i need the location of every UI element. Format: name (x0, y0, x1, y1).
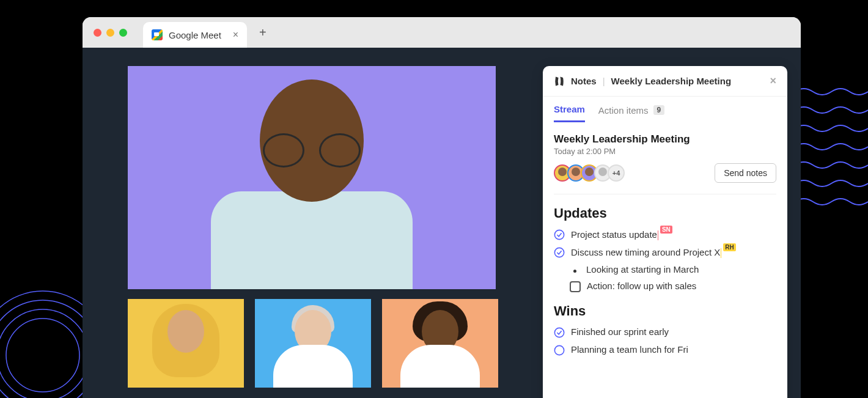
tab-title: Google Meet (169, 30, 221, 40)
notes-label: Notes (571, 76, 597, 86)
participant-tile[interactable] (128, 299, 244, 388)
participant-tile[interactable] (382, 299, 498, 388)
agenda-item[interactable]: Project status updateSN (554, 229, 776, 240)
browser-tab[interactable]: Google Meet × (143, 22, 247, 48)
notes-tabs: Stream Action items 9 (543, 97, 787, 122)
svg-point-1 (0, 309, 89, 398)
svg-point-4 (554, 230, 564, 239)
close-window-button[interactable] (94, 29, 101, 37)
action-items-count: 9 (653, 105, 665, 115)
minimize-window-button[interactable] (106, 29, 114, 37)
svg-point-5 (554, 248, 564, 257)
send-notes-button[interactable]: Send notes (715, 163, 776, 183)
checkbox-icon[interactable] (570, 281, 581, 292)
agenda-item[interactable]: Discuss new timing around Project XRH (554, 246, 776, 258)
meet-content: Notes | Weekly Leadership Meeting × Stre… (83, 48, 801, 398)
close-tab-icon[interactable]: × (233, 29, 238, 40)
browser-window: Google Meet × + Notes | Weekly Leadershi… (83, 17, 801, 398)
collaborator-tag: RH (723, 243, 735, 251)
svg-point-7 (554, 345, 564, 355)
notes-header: Notes | Weekly Leadership Meeting × (543, 66, 787, 97)
sub-bullet[interactable]: Looking at starting in March (570, 264, 776, 275)
circle-icon (554, 345, 565, 356)
main-video-tile[interactable] (128, 66, 496, 289)
notes-meeting-name: Weekly Leadership Meeting (611, 76, 731, 86)
bullet-icon (573, 270, 576, 273)
participant-tile[interactable] (255, 299, 371, 388)
action-item[interactable]: Action: follow up with sales (570, 281, 776, 292)
agenda-item[interactable]: Planning a team lunch for Fri (554, 344, 776, 356)
meeting-time: Today at 2:00 PM (554, 147, 776, 156)
agenda-item[interactable]: Finished our sprint early (554, 326, 776, 338)
collaborator-tag: SN (660, 226, 672, 234)
hypercontext-logo-icon (554, 76, 565, 87)
check-circle-icon (554, 327, 565, 338)
svg-point-0 (6, 319, 79, 392)
notes-panel: Notes | Weekly Leadership Meeting × Stre… (543, 66, 787, 398)
maximize-window-button[interactable] (119, 29, 127, 37)
meeting-title: Weekly Leadership Meeting (554, 133, 776, 146)
tab-action-items[interactable]: Action items 9 (598, 104, 664, 122)
google-meet-icon (152, 29, 163, 40)
close-panel-icon[interactable]: × (770, 75, 776, 87)
check-circle-icon (554, 229, 565, 240)
browser-tab-bar: Google Meet × + (83, 17, 801, 48)
section-updates-title: Updates (554, 205, 776, 221)
tab-stream[interactable]: Stream (554, 104, 585, 122)
section-wins-title: Wins (554, 303, 776, 319)
attendee-row: +4 Send notes (554, 163, 776, 183)
window-controls (94, 29, 127, 37)
new-tab-button[interactable]: + (252, 26, 274, 40)
svg-point-6 (554, 328, 564, 337)
check-circle-icon (554, 247, 565, 258)
avatar-overflow[interactable]: +4 (608, 164, 625, 182)
